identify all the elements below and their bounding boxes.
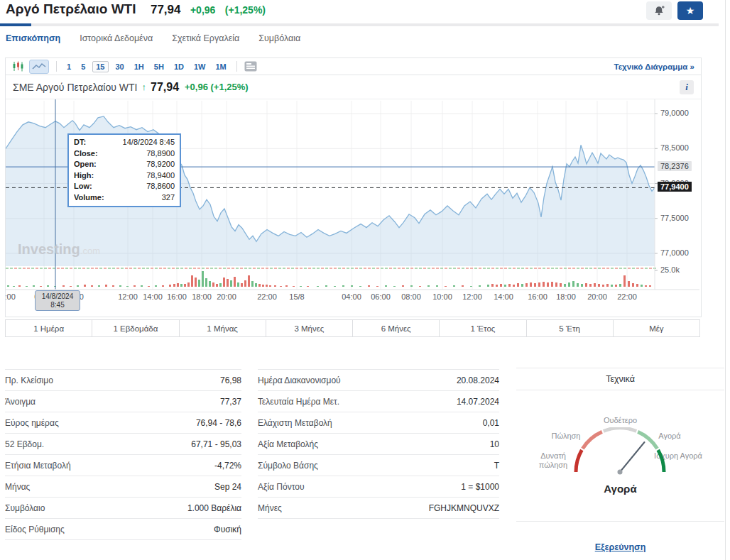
row-label: Ημέρα Διακανονισμού [258,375,341,385]
table-row: Σύμβολο ΒάσηςT [258,455,499,476]
crosshair-time-tooltip: 14/8/2024 8:45 [35,290,80,311]
row-label: Πρ. Κλείσιμο [5,375,53,385]
row-label: Άνοιγμα [5,397,36,407]
interval-1W[interactable]: 1W [191,62,209,72]
table-row: Αξία Μεταβολής10 [258,434,499,455]
x-axis-label: 06:00 [6,292,16,301]
interval-30[interactable]: 30 [113,62,127,72]
tab-Συμβόλαια[interactable]: Συμβόλαια [258,33,300,43]
time-range-buttons: 1 Ημέρα1 Εβδομάδα1 Μήνας3 Μήνες6 Μήνες1 … [5,319,700,337]
active-tab-indicator [0,23,31,26]
range-button-1 Εβδομάδα[interactable]: 1 Εβδομάδα [92,320,179,336]
interval-1M[interactable]: 1M [212,62,229,72]
candle-color-strip [6,268,656,269]
price-axis: 79,000078,500077,500077,000078,000078,23… [655,99,699,317]
range-button-1 Ημέρα[interactable]: 1 Ημέρα [6,320,92,336]
table-row: ΜήνεςFGHJKMNQUVXZ [258,498,499,519]
interval-1H[interactable]: 1H [131,62,147,72]
table-row: Πρ. Κλείσιμο76,98 [5,370,241,391]
row-label: Σύμβολο Βάσης [258,461,318,471]
table-row: 52 Εβδομ.67,71 - 95,03 [5,434,241,455]
chart-toolbar: 1515301H5H1D1W1M Τεχνικό Διάγραμμα » [6,58,701,75]
interval-15[interactable]: 15 [92,61,108,72]
create-alert-button[interactable] [646,1,672,20]
table-row: ΜήναςSep 24 [5,476,241,498]
header-change-pct: (+1,25%) [225,4,266,16]
table-row: Τελευταία Ημέρα Μετ.14.07.2024 [258,391,499,412]
hline-value-label: 78,2376 [658,161,692,171]
tooltip-label: High: [74,170,94,182]
row-value: 67,71 - 95,03 [191,439,241,449]
section-tabs: ΕπισκόπησηΙστορικά ΔεδομέναΣχετικά Εργαλ… [6,33,300,43]
page-scrollbar[interactable] [725,0,726,560]
row-label: Είδος Ρύθμισης [5,525,65,534]
row-value: T [494,461,499,471]
technical-gauge: Ουδέτερο Πώληση Αγορά Δυνατή πώληση Ισχυ… [516,390,724,522]
row-value: 76,98 [220,375,241,385]
watermark: Investing.com [18,241,100,258]
tooltip-row: Open:78,9200 [74,159,175,170]
candlestick-chart-button[interactable] [12,61,24,72]
range-button-1 Μήνας[interactable]: 1 Μήνας [180,320,266,336]
interval-5[interactable]: 5 [78,62,88,72]
row-value: -4,72% [214,461,241,471]
range-button-6 Μήνες[interactable]: 6 Μήνες [353,320,440,336]
candlestick-icon [12,61,24,72]
crosshair-time: 8:45 [36,301,80,309]
technical-chart-link[interactable]: Τεχνικό Διάγραμμα » [614,62,694,71]
tab-Επισκόπηση[interactable]: Επισκόπηση [6,33,60,43]
gauge-pivot [618,470,623,475]
range-button-5 Έτη[interactable]: 5 Έτη [527,320,614,336]
interval-5H[interactable]: 5H [151,62,167,72]
toolbar-divider [236,61,237,72]
explore-link[interactable]: Εξερεύνηση [516,542,724,552]
range-button-1 Έτος[interactable]: 1 Έτος [440,320,526,336]
price-chart[interactable]: Investing.com 79,000078,500077,500077,00… [6,99,699,317]
interval-1[interactable]: 1 [64,62,74,72]
row-label: Εύρος ημέρας [5,418,59,428]
chart-price: 77,94 [151,81,179,94]
range-button-Μέγ[interactable]: Μέγ [614,320,699,336]
tooltip-label: Open: [74,159,97,170]
tab-Ιστορικά Δεδομένα[interactable]: Ιστορικά Δεδομένα [80,33,153,43]
row-label: Ελάχιστη Μεταβολή [258,418,332,428]
watchlist-star-button[interactable]: ★ [677,1,703,20]
gauge-result: Αγορά [516,483,724,495]
gauge-arc-segment [576,450,582,472]
row-value: Sep 24 [214,482,241,492]
tooltip-row: DT:14/8/2024 8:45 [74,137,175,148]
info-button[interactable]: i [680,80,694,94]
header-change: +0,96 [190,4,215,16]
x-axis-label: 14:00 [494,292,513,301]
tooltip-row: Volume:327 [74,192,175,204]
row-label: Αξία Πόντου [258,482,304,492]
tab-Σχετικά Εργαλεία[interactable]: Σχετικά Εργαλεία [172,33,239,43]
gauge-label-neutral: Ουδέτερο [516,416,724,425]
up-arrow-icon: ↑ [141,82,146,92]
gauge-arc-segment [582,432,601,449]
y-axis-label: 79,0000 [660,109,689,117]
x-axis-label: 15/8 [289,292,304,301]
x-axis-label: 20:00 [587,292,607,301]
range-button-3 Μήνες[interactable]: 3 Μήνες [266,320,353,336]
x-axis-label: 12:00 [118,292,138,301]
contract-details-table: Ημέρα Διακανονισμού20.08.2024Τελευταία Η… [258,369,499,519]
news-panel-button[interactable] [244,61,257,72]
x-axis-label: 22:00 [257,292,277,301]
x-axis-label: 14:00 [143,292,163,301]
row-label: Μήνας [5,482,30,492]
line-chart-button[interactable] [29,60,49,74]
x-axis-label: 06:00 [371,292,391,301]
ohlc-tooltip: DT:14/8/2024 8:45Close:78,8900Open:78,92… [67,133,181,207]
contract-name: ΣΜΕ Αργού Πετρελαίου WTI [13,82,137,93]
toolbar-divider [56,61,57,72]
interval-1D[interactable]: 1D [171,62,187,72]
row-value: 77,37 [220,397,241,407]
chart-canvas [6,99,699,317]
x-axis-label: 16:00 [167,292,187,301]
table-row: Ημέρα Διακανονισμού20.08.2024 [258,370,499,391]
technical-panel: Τεχνικά Ουδέτερο Πώληση Αγορά Δυνατή πώλ… [516,368,724,522]
x-axis-label: 12:00 [462,292,482,301]
tooltip-label: Volume: [74,192,104,204]
table-row: Άνοιγμα77,37 [5,391,241,412]
